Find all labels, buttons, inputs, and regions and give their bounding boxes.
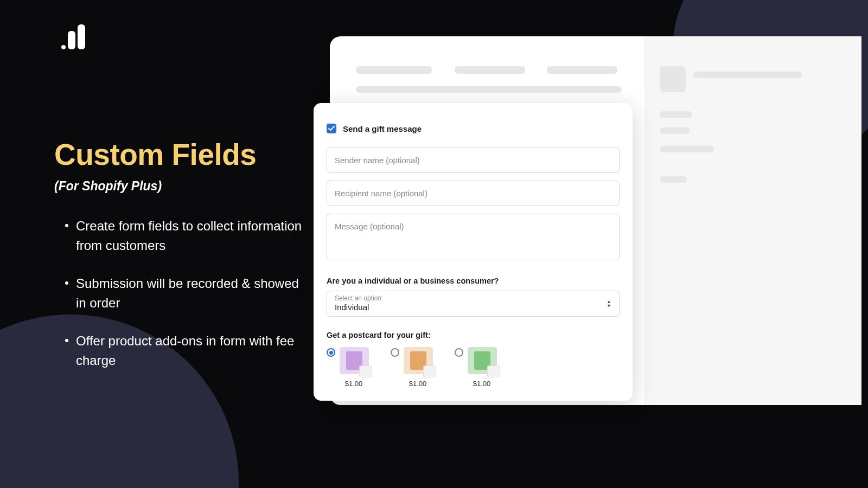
logo xyxy=(61,24,85,49)
skeleton-line xyxy=(455,66,525,74)
postcard-price: $1.00 xyxy=(409,380,427,388)
bullet-item: Create form fields to collect informatio… xyxy=(54,216,304,255)
bullet-item: Submission will be recorded & showed in … xyxy=(54,274,304,313)
postcard-option[interactable]: $1.00 xyxy=(455,347,497,388)
bullet-item: Offer product add-ons in form with fee c… xyxy=(54,331,304,370)
postcard-option[interactable]: $1.00 xyxy=(327,347,369,388)
skeleton-line xyxy=(693,72,802,78)
recipient-name-input[interactable] xyxy=(327,181,620,206)
custom-fields-card: Send a gift message Are you a individual… xyxy=(314,103,633,401)
chevron-updown-icon: ▲▼ xyxy=(607,300,611,307)
skeleton-thumbnail xyxy=(660,66,686,92)
marketing-copy: Custom Fields (For Shopify Plus) Create … xyxy=(54,138,304,389)
page-title: Custom Fields xyxy=(54,138,304,171)
skeleton-line xyxy=(660,176,687,183)
postcard-radio[interactable] xyxy=(327,348,335,357)
sender-name-input[interactable] xyxy=(327,147,620,173)
skeleton-line xyxy=(660,111,692,118)
skeleton-line xyxy=(547,66,617,74)
consumer-type-label: Are you a individual or a business consu… xyxy=(327,277,620,285)
postcard-thumbnail xyxy=(468,347,497,374)
postcard-section-label: Get a postcard for your gift: xyxy=(327,331,620,339)
gift-message-label: Send a gift message xyxy=(343,124,422,133)
postcard-price: $1.00 xyxy=(345,380,363,388)
message-textarea[interactable] xyxy=(327,214,620,260)
select-hint: Select an option: xyxy=(335,294,611,302)
skeleton-line xyxy=(660,146,714,152)
skeleton-line xyxy=(356,86,622,93)
gift-message-checkbox[interactable] xyxy=(327,124,336,133)
select-value: Individual xyxy=(335,303,611,312)
postcard-thumbnail xyxy=(404,347,433,374)
postcard-radio[interactable] xyxy=(391,348,399,357)
postcard-option[interactable]: $1.00 xyxy=(391,347,433,388)
page-subtitle: (For Shopify Plus) xyxy=(54,179,304,194)
skeleton-line xyxy=(660,127,690,134)
check-icon xyxy=(328,126,335,131)
postcard-price: $1.00 xyxy=(473,380,491,388)
consumer-type-select[interactable]: Select an option: Individual ▲▼ xyxy=(327,291,620,317)
skeleton-line xyxy=(356,66,432,74)
postcard-radio[interactable] xyxy=(455,348,463,357)
postcard-thumbnail xyxy=(340,347,369,374)
